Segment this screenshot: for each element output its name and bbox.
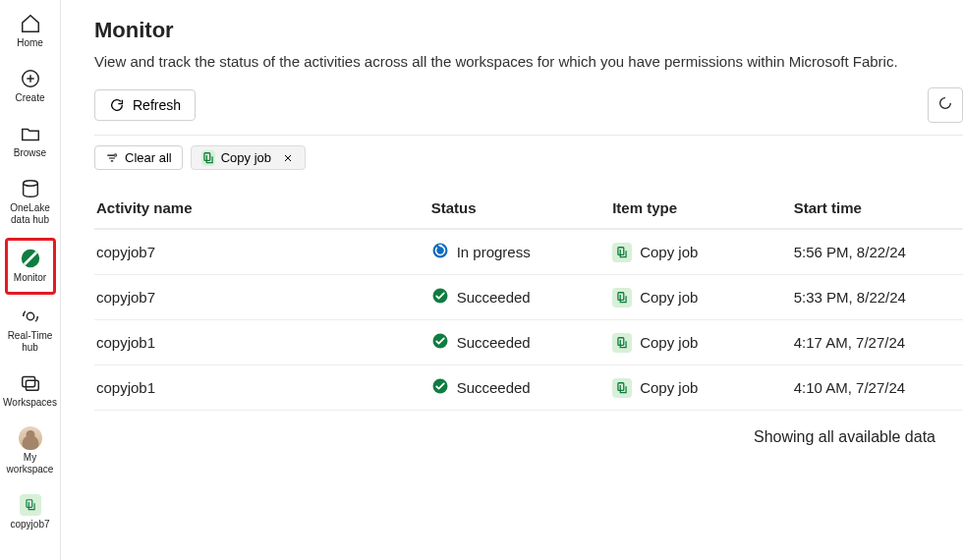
cell-status: Succeeded [431, 377, 613, 398]
cell-itemtype: Copy job [612, 378, 794, 398]
svg-point-1 [23, 181, 37, 187]
chevron-icon [937, 95, 953, 115]
copy-job-icon [201, 151, 215, 165]
activities-table: Activity name Status Item type Start tim… [94, 188, 963, 411]
table-row[interactable]: copyjob7SucceededCopy job5:33 PM, 8/22/2… [94, 275, 963, 320]
col-itemtype[interactable]: Item type [612, 199, 794, 216]
table-row[interactable]: copyjob1SucceededCopy job4:10 AM, 7/27/2… [94, 365, 963, 411]
cell-activity: copyjob1 [96, 334, 431, 351]
nav-create[interactable]: Create [5, 61, 56, 112]
item-type-text: Copy job [640, 289, 698, 306]
close-icon[interactable] [281, 151, 295, 165]
main-content: Monitor View and track the status of the… [61, 0, 963, 560]
status-text: Succeeded [457, 379, 531, 396]
data-hub-icon [19, 177, 42, 200]
cell-itemtype: Copy job [612, 333, 794, 353]
item-type-text: Copy job [640, 334, 698, 351]
page-subtitle: View and track the status of the activit… [94, 53, 963, 70]
clear-all-icon [105, 151, 119, 165]
nav-onelake[interactable]: OneLake data hub [5, 171, 56, 234]
refresh-icon [109, 97, 125, 113]
status-success-icon [431, 332, 449, 353]
overflow-button[interactable] [928, 87, 963, 123]
left-nav: Home Create Browse OneLake data hub Moni [0, 0, 61, 560]
cell-activity: copyjob7 [96, 244, 431, 260]
cell-status: Succeeded [431, 287, 613, 308]
home-icon [19, 12, 42, 35]
nav-my-workspace[interactable]: My workspace [5, 420, 56, 483]
cell-starttime: 4:10 AM, 7/27/24 [794, 379, 961, 396]
nav-label: Monitor [14, 272, 46, 284]
nav-home[interactable]: Home [5, 6, 56, 57]
status-text: Succeeded [457, 289, 531, 306]
status-progress-icon [431, 242, 449, 262]
item-type-text: Copy job [640, 244, 698, 260]
table-header: Activity name Status Item type Start tim… [94, 188, 963, 230]
item-type-text: Copy job [640, 379, 698, 396]
app-root: Home Create Browse OneLake data hub Moni [0, 0, 963, 560]
realtime-icon [19, 305, 42, 328]
copy-job-icon [612, 288, 632, 308]
cell-activity: copyjob1 [96, 379, 431, 396]
clear-all-label: Clear all [125, 150, 172, 165]
avatar-icon [19, 426, 42, 450]
refresh-button[interactable]: Refresh [94, 89, 196, 121]
table-row[interactable]: copyjob7In progressCopy job5:56 PM, 8/22… [94, 230, 963, 275]
cell-starttime: 5:33 PM, 8/22/24 [794, 289, 961, 306]
cell-starttime: 5:56 PM, 8/22/24 [794, 244, 961, 260]
refresh-label: Refresh [133, 97, 181, 113]
nav-label: Workspaces [3, 397, 57, 409]
table-row[interactable]: copyjob1SucceededCopy job4:17 AM, 7/27/2… [94, 320, 963, 365]
clear-all-chip[interactable]: Clear all [94, 145, 183, 170]
cell-itemtype: Copy job [612, 243, 794, 262]
col-status[interactable]: Status [431, 199, 613, 216]
nav-monitor[interactable]: Monitor [5, 238, 56, 295]
nav-workspaces[interactable]: Workspaces [5, 365, 56, 417]
nav-realtime[interactable]: Real-Time hub [5, 299, 56, 362]
svg-point-3 [27, 312, 33, 319]
cell-status: In progress [431, 242, 613, 262]
nav-browse[interactable]: Browse [5, 116, 56, 167]
folder-icon [19, 122, 42, 145]
filter-chip-label: Copy job [221, 150, 271, 165]
filter-chip-copyjob[interactable]: Copy job [191, 145, 306, 170]
copy-job-icon [612, 333, 632, 353]
status-text: Succeeded [457, 334, 531, 351]
nav-label: My workspace [5, 452, 56, 476]
plus-circle-icon [19, 67, 42, 90]
nav-copyjob7[interactable]: copyjob7 [5, 487, 56, 538]
col-activity[interactable]: Activity name [96, 199, 431, 216]
nav-label: Create [15, 92, 44, 104]
copy-job-icon [612, 378, 632, 398]
nav-label: OneLake data hub [5, 202, 56, 226]
page-title: Monitor [94, 18, 963, 43]
workspaces-icon [19, 371, 42, 395]
nav-label: Home [17, 37, 43, 49]
nav-label: Browse [14, 147, 46, 159]
cell-starttime: 4:17 AM, 7/27/24 [794, 334, 961, 351]
footer-message: Showing all available data [94, 411, 963, 446]
col-starttime[interactable]: Start time [794, 199, 961, 216]
svg-rect-4 [22, 377, 34, 387]
filter-row: Clear all Copy job [94, 145, 963, 170]
copy-job-icon [612, 243, 632, 262]
toolbar: Refresh [94, 87, 963, 123]
nav-label: Real-Time hub [5, 330, 56, 354]
svg-rect-5 [26, 380, 38, 390]
status-success-icon [431, 377, 449, 398]
divider [94, 135, 963, 136]
status-success-icon [431, 287, 449, 308]
cell-status: Succeeded [431, 332, 613, 353]
cell-activity: copyjob7 [96, 289, 431, 306]
status-text: In progress [457, 244, 531, 260]
nav-label: copyjob7 [10, 519, 49, 531]
cell-itemtype: Copy job [612, 288, 794, 308]
copy-job-icon [19, 493, 42, 517]
monitor-icon [19, 247, 42, 270]
table-body: copyjob7In progressCopy job5:56 PM, 8/22… [94, 230, 963, 411]
